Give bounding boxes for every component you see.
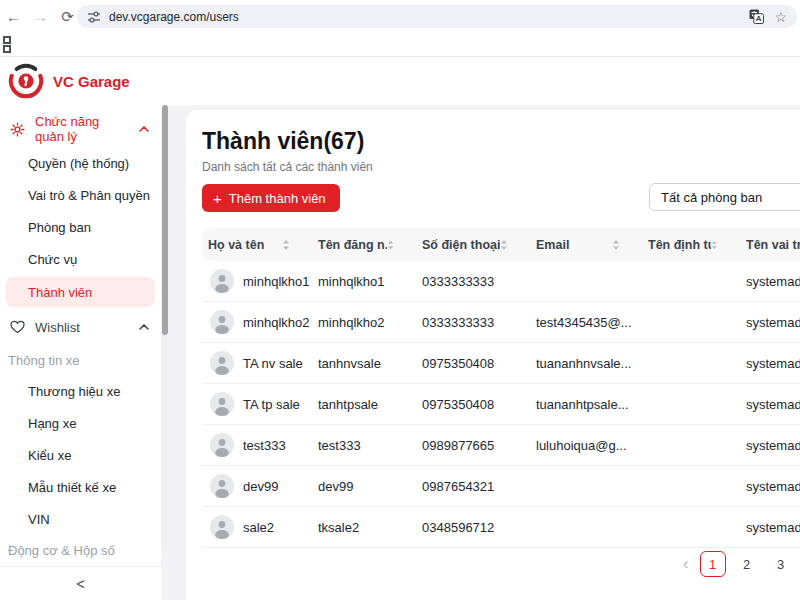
cell-name: TA nv sale	[202, 351, 312, 375]
column-label: Tên đăng n...	[318, 238, 387, 252]
cell-role: systemadmin	[740, 520, 800, 535]
cell-phone: 0333333333	[416, 274, 530, 289]
cell-name: minhqlkho1 -	[202, 269, 312, 293]
column-label: Số điện thoại	[422, 238, 500, 252]
department-filter-value: Tất cả phòng ban	[661, 190, 762, 205]
sidebar-section-vehicle-info: Thông tin xe	[0, 345, 161, 375]
pagination-page-3[interactable]: 3	[768, 551, 794, 577]
sort-icon[interactable]	[612, 239, 620, 251]
sidebar-item-car-design[interactable]: Mẫu thiết kế xe	[0, 471, 161, 503]
sidebar-item-car-brand[interactable]: Thương hiệu xe	[0, 375, 161, 407]
cell-name-text: sale2	[243, 520, 274, 535]
cell-name-text: minhqlkho2 -	[243, 315, 312, 330]
sidebar-section-engine-gearbox: Động cơ & Hộp số	[0, 535, 161, 565]
sidebar-group-label: Wishlist	[35, 320, 129, 335]
avatar	[210, 433, 234, 457]
app-header: VC Garage	[0, 57, 800, 105]
avatar	[210, 351, 234, 375]
cell-name-text: TA tp sale	[243, 397, 300, 412]
sort-icon[interactable]	[282, 239, 290, 251]
address-bar[interactable]: dev.vcgarage.com/users A ☆	[77, 5, 797, 28]
sort-icon[interactable]	[500, 239, 508, 251]
cell-name: minhqlkho2 -	[202, 310, 312, 334]
add-member-button[interactable]: + Thêm thành viên	[202, 184, 340, 212]
sidebar-item-positions[interactable]: Chức vụ	[0, 243, 161, 275]
column-header-role[interactable]: Tên vai trò	[740, 228, 800, 261]
cell-username: tksale2	[312, 520, 416, 535]
cell-name-text: minhqlkho1 -	[243, 274, 312, 289]
department-filter-select[interactable]: Tất cả phòng ban	[649, 183, 800, 211]
gear-icon	[10, 122, 25, 137]
sidebar-item-car-class[interactable]: Hạng xe	[0, 407, 161, 439]
table-row[interactable]: sale2tksale20348596712systemadmin	[202, 507, 800, 548]
sidebar-item-car-type[interactable]: Kiểu xe	[0, 439, 161, 471]
browser-forward-icon[interactable]: →	[27, 8, 54, 25]
sort-icon[interactable]	[387, 239, 394, 251]
brand-name[interactable]: VC Garage	[53, 73, 130, 90]
sort-icon[interactable]	[711, 239, 718, 251]
sidebar-item-members[interactable]: Thành viên	[6, 277, 155, 307]
pagination-page-1[interactable]: 1	[700, 551, 726, 577]
bookmark-star-icon[interactable]: ☆	[774, 10, 787, 24]
table-row[interactable]: TA tp saletanhtpsale0975350408tuananhtps…	[202, 384, 800, 425]
chevron-up-icon	[139, 126, 149, 132]
sidebar-item-departments[interactable]: Phòng ban	[0, 211, 161, 243]
browser-back-icon[interactable]: ←	[0, 8, 27, 25]
page-subtitle: Danh sách tất cả các thành viên	[202, 160, 800, 174]
cell-phone: 0348596712	[416, 520, 530, 535]
column-header-title[interactable]: Tên định tu...	[642, 228, 740, 261]
table-body: minhqlkho1 -minhqlkho10333333333systemad…	[202, 261, 800, 548]
sidebar-scrollbar[interactable]	[162, 105, 168, 545]
sidebar-item-permissions[interactable]: Quyền (hệ thống)	[0, 147, 161, 179]
cell-role: systemadmin	[740, 274, 800, 289]
scrollbar-thumb[interactable]	[162, 105, 168, 335]
sidebar-item-roles[interactable]: Vai trò & Phân quyền	[0, 179, 161, 211]
side-panel-icon[interactable]	[3, 36, 11, 53]
table-row[interactable]: TA nv saletanhnvsale0975350408tuananhnvs…	[202, 343, 800, 384]
vc-garage-logo-icon[interactable]	[7, 62, 45, 100]
cell-name: sale2	[202, 515, 312, 539]
sidebar-item-vin[interactable]: VIN	[0, 503, 161, 535]
cell-role: systemadmin	[740, 397, 800, 412]
avatar	[210, 269, 234, 293]
avatar	[210, 392, 234, 416]
cell-name-text: TA nv sale	[243, 356, 303, 371]
cell-phone: 0987654321	[416, 479, 530, 494]
avatar	[210, 515, 234, 539]
column-header-phone[interactable]: Số điện thoại	[416, 228, 530, 261]
sidebar-collapse-button[interactable]: <	[0, 566, 161, 600]
sidebar-group-management[interactable]: Chức năng quản lý	[0, 111, 161, 147]
cell-email: tuananhtpsale...	[530, 397, 642, 412]
cell-username: minhqlkho2	[312, 315, 416, 330]
table-row[interactable]: minhqlkho1 -minhqlkho10333333333systemad…	[202, 261, 800, 302]
svg-text:A: A	[756, 14, 762, 23]
table-row[interactable]: dev99dev990987654321systemadmin	[202, 466, 800, 507]
cell-role: systemadmin	[740, 479, 800, 494]
cell-username: tanhnvsale	[312, 356, 416, 371]
page-title: Thành viên(67)	[186, 110, 800, 155]
cell-phone: 0975350408	[416, 356, 530, 371]
pagination-page-2[interactable]: 2	[734, 551, 760, 577]
add-member-label: Thêm thành viên	[229, 191, 326, 206]
column-label: Tên vai trò	[746, 238, 800, 252]
sidebar-group-wishlist[interactable]: Wishlist	[0, 309, 161, 345]
cell-phone: 0989877665	[416, 438, 530, 453]
browser-toolbar: ← → ⟳ dev.vcgarage.com/users A ☆	[0, 0, 800, 33]
tune-icon[interactable]	[87, 10, 101, 24]
pagination-prev-icon[interactable]: ‹	[680, 554, 692, 574]
members-table: Họ và tênTên đăng n...Số điện thoạiEmail…	[202, 228, 800, 548]
table-row[interactable]: minhqlkho2 -minhqlkho20333333333test4345…	[202, 302, 800, 343]
cell-name-text: test333	[243, 438, 286, 453]
translate-icon[interactable]: A	[749, 9, 764, 24]
content-card: Thành viên(67) Danh sách tất cả các thàn…	[186, 110, 800, 600]
cell-username: test333	[312, 438, 416, 453]
table-row[interactable]: test333test3330989877665luluhoiqua@g...s…	[202, 425, 800, 466]
cell-name: TA tp sale	[202, 392, 312, 416]
url-text[interactable]: dev.vcgarage.com/users	[109, 10, 741, 24]
column-header-email[interactable]: Email	[530, 228, 642, 261]
column-header-name[interactable]: Họ và tên	[202, 228, 312, 261]
cell-name: test333	[202, 433, 312, 457]
cell-email: luluhoiqua@g...	[530, 438, 642, 453]
avatar	[210, 474, 234, 498]
column-header-username[interactable]: Tên đăng n...	[312, 228, 416, 261]
